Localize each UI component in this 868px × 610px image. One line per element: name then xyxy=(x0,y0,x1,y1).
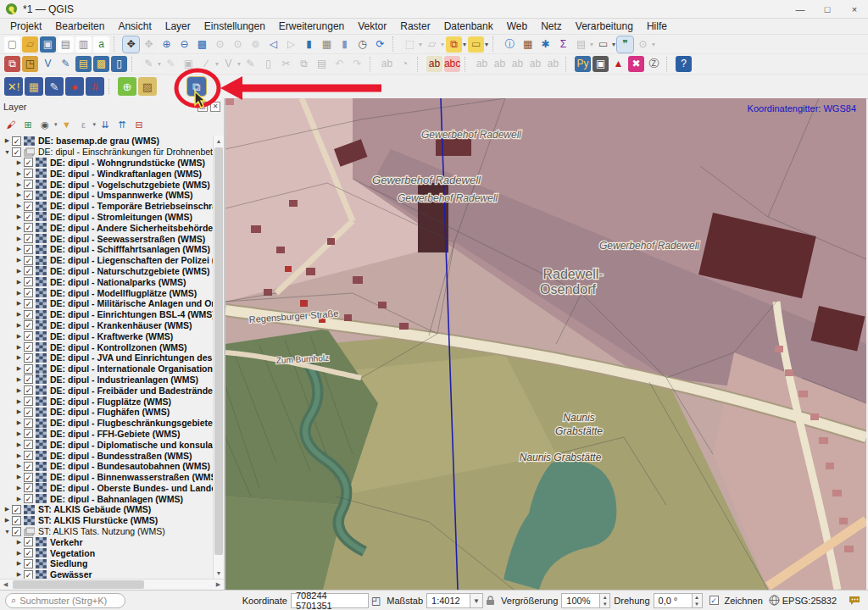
minimize-button[interactable]: — xyxy=(787,0,814,19)
layer-visibility-checkbox[interactable]: ✓ xyxy=(24,429,33,438)
layer-visibility-checkbox[interactable]: ✓ xyxy=(24,419,33,428)
expand-arrow-icon[interactable]: ▶ xyxy=(15,408,23,415)
layer-visibility-checkbox[interactable]: ✓ xyxy=(24,559,33,568)
layer-item[interactable]: ▶✓DE: dipul - Liegenschaften der Polizei… xyxy=(0,255,224,266)
new-map-view-button-dropdown-icon[interactable]: ▾ xyxy=(652,41,655,48)
new-shapefile-button[interactable]: V xyxy=(40,56,56,72)
menu-raster[interactable]: Raster xyxy=(393,19,437,34)
expand-arrow-icon[interactable]: ▶ xyxy=(15,202,23,209)
layer-visibility-checkbox[interactable]: ✓ xyxy=(24,331,33,341)
vertical-scroll-thumb[interactable] xyxy=(214,147,223,555)
layer-item[interactable]: ▶✓DE: dipul - Krankenhäuser (WMS) xyxy=(0,320,224,331)
expand-arrow-icon[interactable]: ▶ xyxy=(3,506,11,513)
layer-visibility-checkbox[interactable]: ✓ xyxy=(24,537,33,546)
expand-arrow-icon[interactable]: ▶ xyxy=(15,419,23,426)
layer-visibility-checkbox[interactable]: ✓ xyxy=(24,483,33,492)
magnifier-spin-buttons[interactable]: ▲▼ xyxy=(600,593,610,608)
filter-by-expression-button-dropdown-icon[interactable]: ▾ xyxy=(93,121,97,128)
expand-arrow-icon[interactable]: ▶ xyxy=(15,279,23,286)
map-window-sync-plugin-button[interactable]: ⧉ xyxy=(187,77,206,96)
data-source-manager-button[interactable]: ⧉ xyxy=(4,56,20,72)
new-annotation-layer-button[interactable]: ▯ xyxy=(111,56,127,72)
select-by-value-button-dropdown-icon[interactable]: ▾ xyxy=(485,41,488,48)
layer-visibility-checkbox[interactable]: ✓ xyxy=(24,266,33,275)
layer-visibility-checkbox[interactable]: ✓ xyxy=(12,136,21,146)
plugin-xy-tools-button[interactable]: ✕! xyxy=(4,77,23,96)
panel-close-button[interactable]: ✕ xyxy=(210,102,220,112)
save-project-button[interactable]: ▣ xyxy=(40,36,56,53)
new-project-button[interactable]: ▢ xyxy=(4,36,20,53)
zoom-in-tool[interactable]: ⊕ xyxy=(159,36,175,53)
plugin-disable-button[interactable]: ✖ xyxy=(628,56,644,72)
scroll-up-icon[interactable]: ▲ xyxy=(214,136,224,147)
layer-visibility-checkbox[interactable]: ✓ xyxy=(24,180,33,189)
layer-visibility-checkbox[interactable]: ✓ xyxy=(24,202,33,211)
menu-web[interactable]: Web xyxy=(500,19,534,34)
layer-item[interactable]: ▶✓ST: ALKIS Gebäude (WMS) xyxy=(0,504,224,515)
layer-item[interactable]: ▶✓DE: dipul - Kontrollzonen (WMS) xyxy=(0,341,224,352)
layer-visibility-checkbox[interactable]: ✓ xyxy=(24,342,33,352)
zoom-level-plugin-button[interactable]: Ⓩ xyxy=(646,56,662,72)
layer-item[interactable]: ▶✓DE: dipul - Umspannwerke (WMS) xyxy=(0,190,224,201)
layer-visibility-checkbox[interactable]: ✓ xyxy=(24,374,33,384)
layer-item[interactable]: ▶✓DE: dipul - Bundesautobahnen (WMS) xyxy=(0,461,224,472)
layer-visibility-checkbox[interactable]: ✓ xyxy=(12,147,21,157)
layer-visibility-checkbox[interactable]: ✓ xyxy=(24,364,33,374)
expand-arrow-icon[interactable]: ▶ xyxy=(15,236,23,242)
help-button[interactable]: ? xyxy=(676,56,692,72)
menu-netz[interactable]: Netz xyxy=(534,19,569,34)
style-manager-button[interactable]: a xyxy=(93,36,109,53)
pan-map-tool[interactable]: ✥ xyxy=(123,36,139,53)
collapse-arrow-icon[interactable]: ▼ xyxy=(3,149,11,155)
expand-arrow-icon[interactable]: ▶ xyxy=(15,214,23,220)
menu-ansicht[interactable]: Ansicht xyxy=(111,19,158,34)
python-console-button[interactable]: Py xyxy=(575,56,591,72)
processing-toolbox-button[interactable]: ✱ xyxy=(537,36,554,53)
layer-item[interactable]: ▶✓DE: dipul - Diplomatische und konsular… xyxy=(0,439,224,450)
osm-tools-plugin-button[interactable]: ▨ xyxy=(138,77,157,96)
menu-datenbank[interactable]: Datenbank xyxy=(437,19,500,34)
layer-visibility-checkbox[interactable]: ✓ xyxy=(12,527,21,536)
expand-arrow-icon[interactable]: ▶ xyxy=(15,539,23,546)
expand-arrow-icon[interactable]: ▶ xyxy=(15,430,23,437)
expand-arrow-icon[interactable]: ▶ xyxy=(15,225,23,231)
digitize-tool-dropdown-icon[interactable]: ▾ xyxy=(215,60,219,68)
expand-arrow-icon[interactable]: ▶ xyxy=(15,387,23,394)
crs-globe-icon[interactable] xyxy=(769,595,780,606)
maximize-button[interactable]: □ xyxy=(814,0,841,19)
scale-combo-dropdown-icon[interactable]: ▼ xyxy=(470,593,483,608)
measure-tool[interactable]: ▭▾ xyxy=(595,36,615,53)
layer-item[interactable]: ▶✓DE: dipul - Industrieanlagen (WMS) xyxy=(0,374,224,385)
layer-item[interactable]: ▶✓DE: dipul - Freibäder und Badestrände … xyxy=(0,385,224,396)
layer-item[interactable]: ▶✓DE: dipul - Binnenwasserstraßen (WMS) xyxy=(0,472,224,483)
refresh-map-button[interactable]: ⟳ xyxy=(372,36,388,53)
autosave-plugin-button[interactable]: ▣ xyxy=(593,56,609,72)
expand-arrow-icon[interactable]: ▶ xyxy=(15,354,23,361)
expand-arrow-icon[interactable]: ▶ xyxy=(15,246,23,252)
layer-item[interactable]: ▶✓DE: dipul - JVA und Einrichtungen des … xyxy=(0,352,224,363)
collapse-all-button[interactable]: ⇈ xyxy=(114,117,130,132)
temporal-controller-button[interactable]: ◷ xyxy=(354,36,370,53)
expand-arrow-icon[interactable]: ▶ xyxy=(15,257,23,263)
manage-map-themes-button-dropdown-icon[interactable]: ▾ xyxy=(54,121,58,128)
layer-item[interactable]: ▶✓DE: basemap.de grau (WMS) xyxy=(0,136,224,147)
layer-visibility-checkbox[interactable]: ✓ xyxy=(24,169,33,178)
new-mesh-layer-button[interactable]: ▩ xyxy=(93,56,109,72)
deselect-all-button-dropdown-icon[interactable]: ▾ xyxy=(463,41,466,48)
rotation-spin-buttons[interactable]: ▲▼ xyxy=(693,593,703,608)
show-bookmarks-button[interactable]: ▦ xyxy=(319,36,335,53)
current-edits-button-dropdown-icon[interactable]: ▾ xyxy=(158,60,161,68)
expand-arrow-icon[interactable]: ▶ xyxy=(15,290,23,297)
panel-float-button[interactable]: ◱ xyxy=(198,102,208,112)
layer-item[interactable]: ▶✓DE: dipul - Oberste Bundes- und Landes… xyxy=(0,483,224,494)
horizontal-scroll-thumb[interactable] xyxy=(13,580,144,589)
layer-item[interactable]: ▶✓Verkehr xyxy=(0,536,224,547)
layer-item[interactable]: ▶✓DE: dipul - Windkraftanlagen (WMS) xyxy=(0,168,224,179)
layer-item[interactable]: ▶✓DE: dipul - Wohngrundstücke (WMS) xyxy=(0,158,224,169)
layer-visibility-checkbox[interactable]: ✓ xyxy=(24,191,33,200)
expand-arrow-icon[interactable]: ▶ xyxy=(15,268,23,274)
expand-arrow-icon[interactable]: ▶ xyxy=(15,322,23,329)
layer-visibility-checkbox[interactable]: ✓ xyxy=(24,451,33,460)
bookmark-manager-button[interactable]: ▮ xyxy=(337,36,353,53)
layer-visibility-checkbox[interactable]: ✓ xyxy=(24,548,33,557)
